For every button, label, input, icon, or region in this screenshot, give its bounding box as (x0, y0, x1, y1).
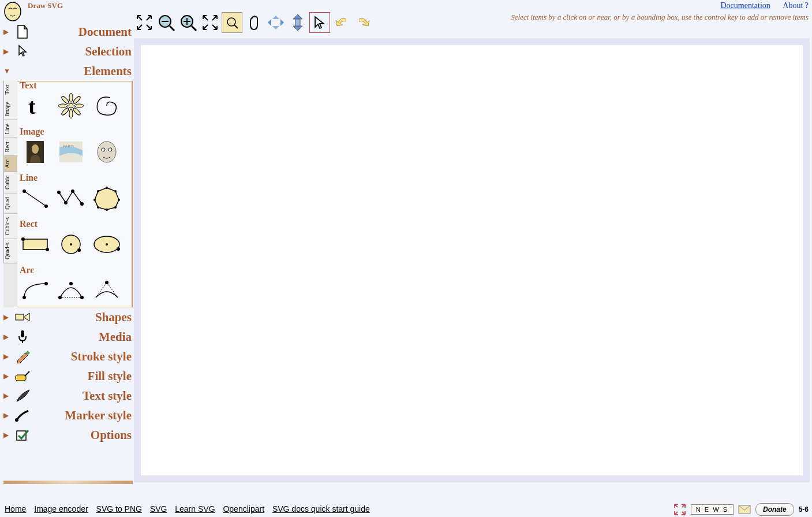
element-rect[interactable] (20, 232, 51, 257)
svg-line-66 (107, 282, 118, 297)
menu-shapes[interactable]: ▶ Shapes (3, 307, 133, 327)
section-image-title: Image (20, 127, 129, 137)
checkmark-icon (14, 426, 31, 444)
menu-elements[interactable]: ▼ Elements (3, 61, 133, 81)
menu-fill-style[interactable]: ▶ Fill style (3, 366, 133, 386)
element-image-face[interactable] (91, 139, 122, 165)
element-asterisk[interactable] (55, 93, 87, 118)
element-text[interactable]: t (20, 93, 51, 118)
vtab-quad-s[interactable]: Quad-s (3, 239, 17, 263)
svg-point-23 (61, 95, 70, 105)
element-image-photo[interactable] (20, 139, 51, 165)
svg-line-65 (96, 282, 107, 297)
element-arc-chord[interactable] (91, 278, 122, 303)
document-icon (14, 23, 31, 40)
svg-point-26 (61, 107, 70, 116)
svg-rect-50 (23, 239, 47, 250)
element-polyline[interactable] (55, 185, 87, 211)
zoom-area-button[interactable] (222, 12, 242, 33)
element-arc[interactable] (20, 278, 51, 303)
svg-marker-11 (280, 19, 284, 26)
documentation-link[interactable]: Documentation (720, 1, 770, 10)
zoom-out-button[interactable] (156, 12, 177, 33)
undo-button[interactable] (331, 12, 352, 33)
svg-point-64 (80, 296, 84, 299)
fullscreen-icon[interactable] (673, 503, 686, 516)
svg-rect-70 (21, 330, 24, 337)
app-logo[interactable] (1, 0, 24, 23)
menu-marker-style[interactable]: ▶ Marker style (3, 406, 133, 425)
vtab-rect[interactable]: Rect (3, 138, 17, 156)
chevron-right-icon: ▶ (3, 47, 13, 56)
element-circle[interactable] (55, 232, 87, 257)
link-image-encoder[interactable]: Image encoder (34, 504, 88, 514)
drawing-canvas[interactable] (141, 45, 803, 475)
menu-text-style[interactable]: ▶ Text style (3, 386, 133, 406)
element-spiral[interactable] (91, 93, 122, 118)
menu-document[interactable]: ▶ Document (3, 22, 133, 42)
svg-marker-69 (24, 313, 29, 321)
element-line[interactable] (20, 185, 51, 211)
redo-button[interactable] (353, 12, 374, 33)
mail-icon[interactable] (738, 505, 751, 514)
link-learn-svg[interactable]: Learn SVG (175, 504, 215, 514)
svg-point-44 (118, 199, 120, 201)
svg-point-48 (93, 199, 96, 201)
app-title: Draw SVG (28, 1, 63, 10)
element-image-map[interactable]: PARIS (55, 139, 87, 165)
menu-options[interactable]: ▶ Options (3, 425, 133, 445)
fit-view-button[interactable] (134, 12, 155, 33)
svg-point-52 (46, 248, 49, 251)
svg-marker-15 (293, 26, 302, 31)
vtab-cubic[interactable]: Cubic (3, 172, 17, 194)
svg-point-39 (71, 189, 74, 193)
zoom-fit-button[interactable] (200, 12, 220, 33)
elements-panel: Text Image Line Rect Arc Cubic Quad Cubi… (3, 81, 133, 307)
svg-rect-16 (295, 19, 300, 26)
pan-button[interactable] (244, 12, 264, 33)
pan-horizontal-button[interactable] (265, 12, 286, 33)
svg-line-9 (234, 25, 238, 28)
svg-point-49 (97, 190, 99, 192)
chevron-right-icon: ▶ (3, 392, 13, 400)
menu-label: Marker style (31, 408, 133, 423)
vtab-image[interactable]: Image (3, 98, 17, 120)
link-svg-to-png[interactable]: SVG to PNG (96, 504, 142, 514)
vtab-text[interactable]: Text (3, 81, 17, 98)
feather-icon (14, 387, 31, 404)
canvas-area[interactable] (134, 38, 810, 482)
link-svg[interactable]: SVG (150, 504, 167, 514)
svg-point-22 (74, 104, 84, 107)
vtab-quad[interactable]: Quad (3, 194, 17, 214)
svg-point-36 (44, 204, 48, 208)
menu-stroke-style[interactable]: ▶ Stroke style (3, 347, 133, 366)
chevron-right-icon: ▶ (3, 333, 13, 341)
vtab-cubic-s[interactable]: Cubic-s (3, 214, 17, 239)
menu-selection[interactable]: ▶ Selection (3, 42, 133, 61)
cursor-icon (14, 43, 31, 60)
svg-point-31 (98, 142, 116, 162)
svg-rect-68 (16, 314, 24, 320)
svg-point-58 (117, 247, 120, 251)
menu-media[interactable]: ▶ Media (3, 327, 133, 347)
select-button[interactable] (309, 12, 330, 33)
vtab-arc[interactable]: Arc (3, 156, 17, 172)
donate-button[interactable]: Donate (755, 503, 794, 516)
paint-roller-icon (14, 367, 31, 385)
svg-point-19 (69, 93, 73, 102)
news-badge[interactable]: N E W S (691, 504, 734, 515)
about-link[interactable]: About ? (783, 1, 809, 10)
menu-label: Options (31, 428, 133, 442)
svg-point-28 (32, 144, 39, 154)
element-ellipse[interactable] (91, 232, 122, 257)
element-arc-open[interactable] (55, 278, 87, 303)
section-line-title: Line (20, 173, 129, 183)
zoom-in-button[interactable] (178, 12, 199, 33)
pan-vertical-button[interactable] (287, 12, 308, 33)
vtab-line[interactable]: Line (3, 120, 17, 138)
link-svg-docs[interactable]: SVG docs quick start guide (272, 504, 370, 514)
link-home[interactable]: Home (5, 504, 26, 514)
element-polygon[interactable] (91, 185, 122, 211)
link-openclipart[interactable]: Openclipart (223, 504, 264, 514)
chevron-right-icon: ▶ (3, 313, 13, 322)
